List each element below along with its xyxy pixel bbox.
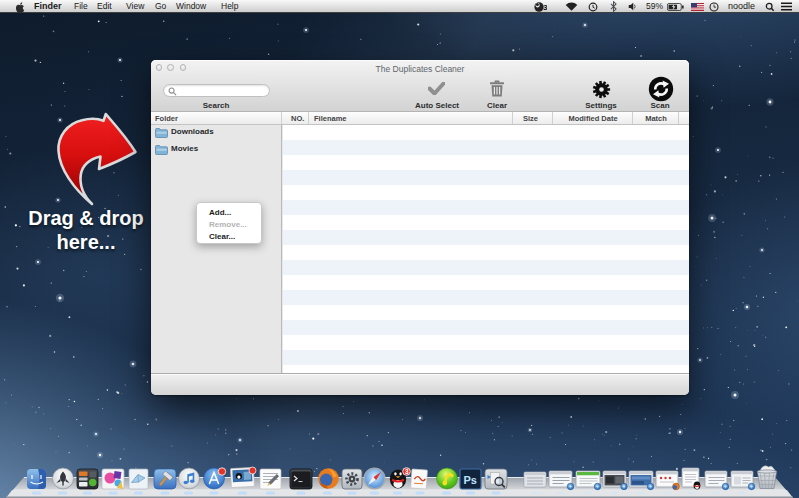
svg-text:3: 3 — [543, 3, 547, 12]
